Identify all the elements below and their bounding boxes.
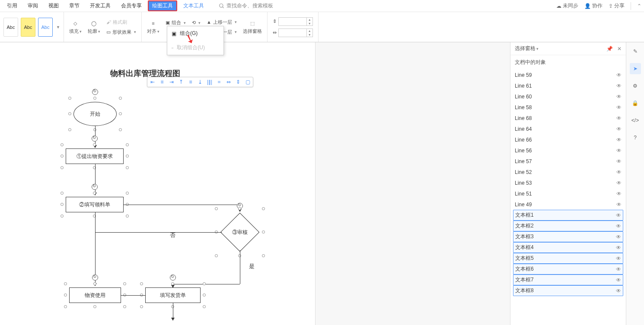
align-middle-v-icon[interactable]: ≡ — [187, 79, 194, 85]
command-search[interactable]: 查找命令、搜索模板 — [219, 2, 273, 9]
distribute-h-icon[interactable]: |‖| — [206, 79, 213, 85]
object-list-item[interactable]: 文本框7👁 — [513, 275, 623, 285]
menu-tab-text-tools[interactable]: 文本工具 — [179, 0, 208, 11]
object-list-item[interactable]: 文本框8👁 — [513, 285, 623, 296]
equal-size-icon[interactable]: ▢ — [244, 79, 251, 85]
collapse-ribbon-icon[interactable]: ⌃ — [637, 3, 641, 9]
object-list-item[interactable]: Line 58👁 — [510, 102, 626, 113]
flowchart-decision-shape[interactable]: ③审核 — [220, 212, 260, 252]
visibility-eye-icon[interactable]: 👁 — [616, 169, 622, 175]
outline-button[interactable]: ◯轮廓▾ — [86, 19, 102, 35]
visibility-eye-icon[interactable]: 👁 — [616, 277, 621, 283]
pointer-tool-icon[interactable]: ➤ — [630, 63, 641, 74]
object-list-item[interactable]: Line 53👁 — [510, 177, 626, 188]
connector[interactable] — [124, 205, 240, 205]
connector[interactable] — [95, 164, 96, 195]
help-icon[interactable]: ? — [630, 132, 641, 143]
object-list-item[interactable]: Line 66👁 — [510, 134, 626, 145]
connector[interactable] — [95, 232, 222, 233]
rotate-handle-icon[interactable] — [92, 184, 98, 190]
menu-tab-drawing-tools[interactable]: 绘图工具 — [148, 0, 177, 11]
group-menu-item[interactable]: ▣组合(G) — [167, 26, 223, 41]
visibility-eye-icon[interactable]: 👁 — [616, 126, 622, 132]
align-center-h-icon[interactable]: ≡ — [159, 79, 166, 85]
object-list-item[interactable]: Line 51👁 — [510, 188, 626, 199]
menu-tab[interactable]: 会员专享 — [117, 0, 146, 11]
align-top-icon[interactable]: ⤒ — [178, 79, 185, 85]
object-list-item[interactable]: Line 61👁 — [510, 80, 626, 91]
align-button[interactable]: ≡对齐▾ — [145, 19, 161, 35]
visibility-eye-icon[interactable]: 👁 — [616, 191, 622, 197]
document-page[interactable]: 物料出库管理流程图 ⇤ ≡ ⇥ ⤒ ≡ ⤓ |‖| = ⇔ ⇕ ▢ 开始 ①提出… — [0, 42, 316, 325]
object-list-item[interactable]: 文本框6👁 — [513, 264, 623, 275]
connector[interactable] — [95, 212, 96, 286]
menu-tab[interactable]: 开发工具 — [86, 0, 115, 11]
visibility-eye-icon[interactable]: 👁 — [616, 234, 621, 240]
visibility-eye-icon[interactable]: 👁 — [616, 94, 622, 100]
visibility-eye-icon[interactable]: 👁 — [616, 148, 622, 154]
chevron-down-icon[interactable]: ▼ — [56, 25, 60, 29]
visibility-eye-icon[interactable]: 👁 — [616, 115, 622, 121]
visibility-eye-icon[interactable]: 👁 — [616, 288, 621, 294]
object-list-item[interactable]: Line 57👁 — [510, 156, 626, 167]
visibility-eye-icon[interactable]: 👁 — [616, 202, 622, 208]
object-list-item[interactable]: Line 64👁 — [510, 123, 626, 134]
visibility-eye-icon[interactable]: 👁 — [616, 158, 622, 164]
pencil-tool-icon[interactable]: ✎ — [630, 46, 641, 57]
object-list-item[interactable]: Line 52👁 — [510, 167, 626, 177]
flowchart-step1-shape[interactable]: ①提出物资要求 — [66, 148, 124, 164]
align-bottom-icon[interactable]: ⤓ — [197, 79, 204, 85]
width-input[interactable]: ▲▼ — [278, 28, 313, 37]
visibility-eye-icon[interactable]: 👁 — [616, 137, 622, 143]
distribute-v-icon[interactable]: = — [216, 79, 223, 85]
align-right-icon[interactable]: ⇥ — [168, 79, 175, 85]
visibility-eye-icon[interactable]: 👁 — [616, 212, 621, 218]
visibility-eye-icon[interactable]: 👁 — [616, 256, 621, 262]
connector[interactable] — [173, 284, 240, 284]
visibility-eye-icon[interactable]: 👁 — [616, 180, 622, 186]
connector[interactable] — [121, 295, 145, 296]
collab-button[interactable]: 👤协作 — [584, 2, 603, 9]
menu-tab[interactable]: 引用 — [3, 0, 22, 11]
connector[interactable] — [95, 126, 96, 148]
code-icon[interactable]: </> — [630, 115, 641, 126]
rotate-handle-icon[interactable] — [170, 275, 176, 281]
selection-pane-button[interactable]: ⬚选择窗格 — [241, 19, 264, 35]
equal-height-icon[interactable]: ⇕ — [235, 79, 242, 85]
object-list-item[interactable]: 文本框3👁 — [513, 231, 623, 242]
object-list-item[interactable]: 文本框1👁 — [513, 210, 623, 221]
object-list-item[interactable]: Line 59👁 — [510, 69, 626, 80]
flowchart-ship-shape[interactable]: 填写发货单 — [145, 287, 201, 303]
preset-abc-outline[interactable]: Abc — [38, 18, 53, 37]
connector[interactable] — [240, 250, 240, 284]
menu-tab[interactable]: 视图 — [44, 0, 63, 11]
visibility-eye-icon[interactable]: 👁 — [616, 83, 622, 89]
rotate-handle-icon[interactable] — [92, 136, 98, 142]
menu-tab[interactable]: 审阅 — [23, 0, 42, 11]
preset-abc-plain[interactable]: Abc — [3, 18, 18, 37]
object-list-item[interactable]: Line 56👁 — [510, 145, 626, 156]
lock-icon[interactable]: 🔒 — [630, 98, 641, 109]
visibility-eye-icon[interactable]: 👁 — [616, 223, 621, 229]
visibility-eye-icon[interactable]: 👁 — [616, 245, 621, 251]
preset-abc-yellow[interactable]: Abc — [21, 18, 35, 37]
bring-forward-button[interactable]: ▲上移一层▾ — [205, 18, 239, 26]
object-list-item[interactable]: 文本框2👁 — [513, 221, 623, 231]
rotate-button[interactable]: ⟲▾ — [190, 19, 202, 26]
align-left-icon[interactable]: ⇤ — [149, 79, 156, 85]
share-button[interactable]: ⇪分享 — [609, 2, 625, 9]
equal-width-icon[interactable]: ⇔ — [225, 79, 232, 85]
close-icon[interactable]: ✕ — [617, 46, 622, 52]
object-list-item[interactable]: 文本框4👁 — [513, 242, 623, 253]
object-list-item[interactable]: Line 68👁 — [510, 113, 626, 123]
flowchart-start-shape[interactable]: 开始 — [73, 102, 117, 126]
shape-effect-button[interactable]: ▭形状效果▾ — [105, 28, 138, 36]
sync-status[interactable]: ☁未同步 — [556, 2, 578, 9]
visibility-eye-icon[interactable]: 👁 — [616, 72, 622, 78]
rotate-handle-icon[interactable] — [92, 89, 98, 95]
height-input[interactable]: ▲▼ — [278, 17, 313, 26]
pin-icon[interactable]: 📌 — [606, 46, 613, 52]
object-list[interactable]: Line 59👁Line 61👁Line 60👁Line 58👁Line 68👁… — [510, 69, 626, 325]
flowchart-use-shape[interactable]: 物资使用 — [69, 287, 121, 303]
flowchart-step2-shape[interactable]: ②填写领料单 — [66, 197, 124, 212]
